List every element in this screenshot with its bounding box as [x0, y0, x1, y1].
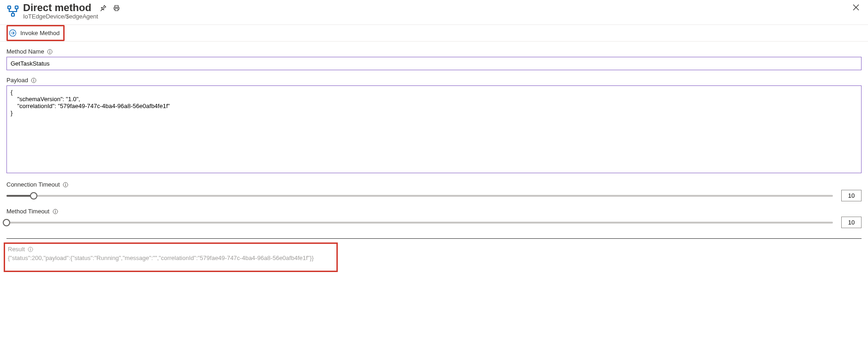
svg-rect-9: [50, 51, 50, 53]
method-timeout-value[interactable]: [841, 217, 862, 228]
info-icon[interactable]: [28, 246, 34, 252]
info-icon[interactable]: [31, 77, 37, 83]
payload-label: Payload: [6, 77, 862, 84]
info-icon[interactable]: [63, 182, 69, 188]
svg-rect-18: [55, 211, 55, 213]
info-icon[interactable]: [52, 208, 58, 214]
invoke-method-button[interactable]: Invoke Method: [6, 25, 65, 41]
method-name-label: Method Name: [6, 48, 862, 55]
pin-icon[interactable]: [100, 5, 107, 12]
svg-point-17: [55, 210, 56, 211]
svg-point-11: [34, 79, 35, 79]
connection-timeout-value[interactable]: [841, 190, 862, 201]
svg-rect-12: [34, 80, 34, 82]
svg-point-8: [49, 50, 50, 51]
direct-method-icon: [6, 5, 19, 18]
svg-point-14: [65, 183, 66, 184]
svg-rect-5: [115, 8, 118, 11]
result-label: Result: [8, 246, 334, 253]
close-icon[interactable]: [850, 2, 862, 13]
method-name-input[interactable]: [6, 57, 862, 70]
breadcrumb: IoTEdgeDevice/$edgeAgent: [23, 13, 120, 20]
payload-input[interactable]: [6, 85, 862, 173]
method-timeout-label: Method Timeout: [6, 208, 862, 215]
method-timeout-slider[interactable]: [6, 218, 833, 227]
svg-rect-21: [30, 249, 31, 251]
invoke-icon: [9, 29, 17, 37]
info-icon[interactable]: [47, 48, 53, 54]
divider: [6, 238, 862, 239]
result-output: {"status":200,"payload":{"status":"Runni…: [8, 254, 334, 261]
svg-point-20: [30, 248, 31, 248]
page-title: Direct method: [23, 2, 91, 14]
svg-rect-15: [66, 184, 66, 186]
invoke-method-label: Invoke Method: [20, 30, 60, 36]
print-icon[interactable]: [113, 5, 120, 12]
connection-timeout-slider[interactable]: [6, 191, 833, 200]
connection-timeout-label: Connection Timeout: [6, 181, 862, 188]
